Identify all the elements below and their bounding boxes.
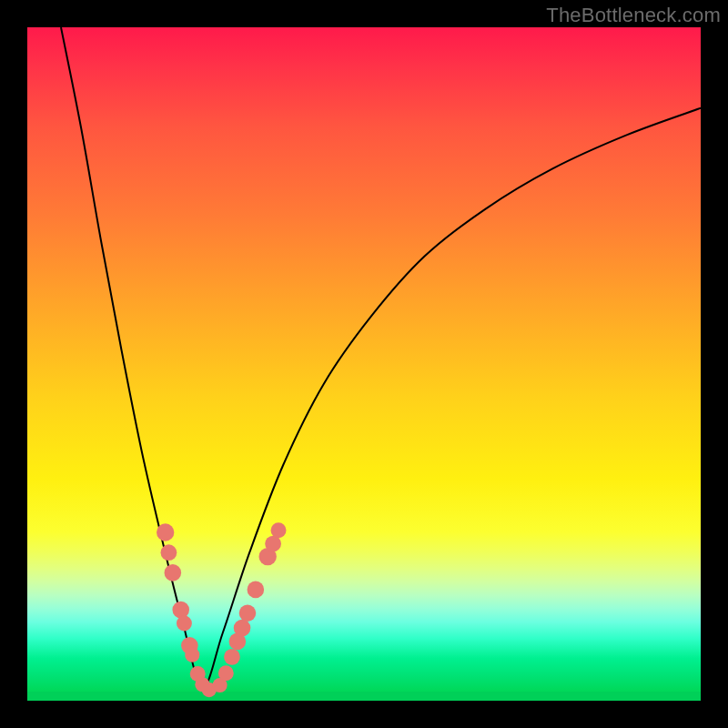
dot-left-1 [161, 544, 177, 561]
dot-right-4 [234, 620, 251, 637]
data-dots [157, 522, 286, 697]
curve-layer [27, 27, 701, 701]
watermark-text: TheBottleneck.com [546, 4, 721, 27]
curve-path [61, 27, 701, 687]
dot-right-8 [265, 536, 281, 552]
dot-left-2 [165, 564, 182, 581]
dot-right-9 [271, 522, 287, 538]
dot-left-0 [157, 523, 174, 541]
dot-left-6 [185, 648, 199, 662]
bottleneck-curve [61, 27, 701, 687]
dot-left-3 [172, 602, 189, 619]
dot-right-2 [224, 649, 240, 665]
dot-right-5 [239, 605, 257, 622]
dot-right-1 [218, 665, 234, 681]
dot-right-6 [248, 581, 265, 599]
plot-area [27, 27, 701, 701]
dot-left-4 [177, 615, 192, 631]
outer-frame: TheBottleneck.com [0, 0, 728, 728]
